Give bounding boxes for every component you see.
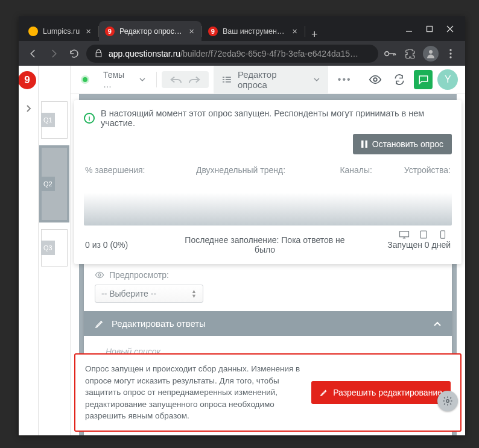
- profile-icon[interactable]: [423, 46, 439, 62]
- collapse-rail-button[interactable]: [19, 94, 38, 122]
- stats-placeholder: [84, 178, 452, 226]
- thumb-q3[interactable]: Q3: [41, 229, 68, 267]
- themes-dropdown[interactable]: Темы …: [97, 66, 151, 93]
- tab-strip: Lumpics.ru × 9 Редактор опроса - × 9 Ваш…: [19, 16, 465, 41]
- undo-redo-group: [162, 71, 209, 88]
- close-icon[interactable]: ×: [291, 26, 299, 36]
- tab-instrument[interactable]: 9 Ваш инструмент д ×: [202, 21, 305, 41]
- url-host: app.questionstar.ru: [109, 49, 180, 58]
- tabs: Lumpics.ru × 9 Редактор опроса - × 9 Ваш…: [22, 16, 398, 41]
- stats-footers: 0 из 0 (0%) Последнее заполнение: Пока о…: [84, 228, 452, 258]
- close-icon[interactable]: ×: [84, 26, 92, 36]
- browser-window: Lumpics.ru × 9 Редактор опроса - × 9 Ваш…: [19, 16, 465, 435]
- toolbar-separator: [156, 72, 157, 87]
- svg-point-8: [449, 56, 451, 58]
- svg-rect-11: [361, 140, 364, 148]
- preview-label: Предпросмотр:: [109, 270, 169, 280]
- alert-text: Опрос запущен и происходит сбор данных. …: [85, 363, 302, 422]
- stop-survey-button[interactable]: Остановить опрос: [353, 134, 452, 154]
- svg-point-4: [385, 51, 389, 55]
- editor-mode-dropdown[interactable]: Редактор опроса: [214, 66, 328, 94]
- kebab-menu-icon[interactable]: [442, 45, 459, 62]
- head-devices: Устройства:: [372, 165, 451, 175]
- favicon-questionstar: 9: [105, 27, 115, 36]
- back-icon[interactable]: [25, 45, 42, 62]
- eye-icon: [95, 271, 104, 279]
- device-icons: [399, 230, 448, 239]
- gear-icon: [442, 396, 453, 406]
- stop-label: Остановить опрос: [372, 139, 443, 149]
- editor-mode-label: Редактор опроса: [238, 69, 308, 90]
- minimize-icon[interactable]: [405, 25, 413, 33]
- close-window-icon[interactable]: [446, 25, 454, 33]
- address-field[interactable]: app.questionstar.ru/builder/f72eda9c-65c…: [86, 45, 378, 63]
- key-icon[interactable]: [382, 45, 399, 62]
- svg-rect-1: [427, 26, 433, 31]
- foot-completion: 0 из 0 (0%): [85, 240, 182, 250]
- svg-point-16: [446, 400, 449, 403]
- info-text: В настоящий момент этот опрос запущен. Р…: [101, 109, 452, 128]
- stepper-icon: ▲▼: [191, 289, 197, 298]
- tab-title: Lumpics.ru: [43, 27, 80, 36]
- chevron-down-icon: [314, 78, 320, 82]
- info-row: i В настоящий момент этот опрос запущен.…: [84, 109, 452, 134]
- tablet-icon: [418, 230, 429, 239]
- chat-icon[interactable]: [414, 70, 433, 89]
- select-placeholder: -- Выберите --: [101, 289, 156, 298]
- svg-point-10: [98, 274, 101, 276]
- tab-lumpics[interactable]: Lumpics.ru ×: [22, 21, 98, 41]
- extensions-icon[interactable]: [402, 45, 419, 62]
- app-logo-icon[interactable]: 9: [19, 71, 36, 89]
- favicon-lumpics: [28, 27, 38, 36]
- head-channels: Каналы:: [306, 165, 372, 175]
- edit-answers-label: Редактировать ответы: [112, 318, 206, 329]
- thumb-q2[interactable]: Q2: [41, 147, 68, 221]
- thumb-q1[interactable]: Q1: [41, 101, 68, 139]
- maximize-icon[interactable]: [425, 25, 434, 33]
- settings-fab[interactable]: [437, 391, 458, 411]
- url-bar: app.questionstar.ru/builder/f72eda9c-65c…: [19, 41, 465, 66]
- user-avatar[interactable]: Y: [437, 69, 458, 90]
- svg-rect-15: [441, 231, 445, 239]
- head-trend: Двухнедельный тренд:: [176, 165, 306, 175]
- window-controls: [398, 25, 462, 33]
- thumb-label: Q1: [41, 113, 55, 127]
- phone-icon: [437, 230, 448, 239]
- user-initial: Y: [445, 74, 451, 85]
- desktop-icon: [399, 230, 410, 239]
- tab-title: Редактор опроса -: [119, 27, 183, 36]
- svg-rect-12: [365, 140, 367, 148]
- thumb-label: Q3: [41, 241, 55, 255]
- foot-running: Запущен 0 дней: [348, 240, 451, 250]
- sync-icon[interactable]: [390, 70, 409, 89]
- allow-editing-button[interactable]: Разрешить редактирование: [311, 381, 451, 404]
- thumb-label: Q2: [41, 177, 55, 191]
- chevron-down-icon: [139, 78, 145, 82]
- favicon-questionstar: 9: [208, 27, 218, 36]
- chevron-up-icon: [434, 321, 441, 326]
- svg-rect-13: [400, 232, 409, 237]
- survey-status-panel: i В настоящий момент этот опрос запущен.…: [74, 100, 462, 264]
- more-icon[interactable]: •••: [333, 74, 357, 85]
- preview-icon[interactable]: [366, 70, 385, 89]
- canvas: Предпросмотр: -- Выберите -- ▲▼ Редактир…: [71, 94, 465, 435]
- tab-editor[interactable]: 9 Редактор опроса - ×: [99, 21, 201, 41]
- forward-icon[interactable]: [45, 45, 62, 62]
- pencil-icon: [95, 319, 104, 329]
- new-tab-button[interactable]: +: [305, 28, 324, 41]
- logo-rail: 9: [19, 66, 39, 435]
- close-icon[interactable]: ×: [188, 26, 195, 36]
- info-icon: i: [84, 113, 95, 124]
- pause-icon: [361, 140, 367, 148]
- foot-lastfill: Последнее заполнение: Пока ответов не бы…: [182, 235, 348, 254]
- preview-label-row: Предпросмотр:: [84, 263, 452, 285]
- svg-point-7: [449, 52, 451, 54]
- list-icon: [222, 76, 232, 83]
- svg-point-9: [374, 78, 378, 81]
- edit-answers-bar[interactable]: Редактировать ответы: [84, 311, 452, 336]
- redo-icon[interactable]: [188, 75, 201, 84]
- reload-icon[interactable]: [66, 45, 83, 62]
- preview-select[interactable]: -- Выберите -- ▲▼: [95, 285, 203, 303]
- undo-icon[interactable]: [169, 75, 182, 84]
- lock-icon: [95, 49, 103, 57]
